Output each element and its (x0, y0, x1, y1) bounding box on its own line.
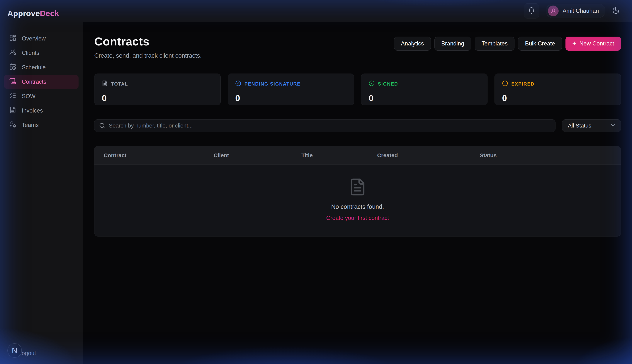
file-icon (102, 80, 108, 88)
page-title: Contracts (94, 35, 202, 48)
stats-row: TOTAL 0 PENDING SIGNATURE 0 SIGNED (94, 74, 621, 105)
sidebar-item-label: Clients (22, 50, 39, 56)
notifications-button[interactable] (524, 3, 539, 18)
file-text-icon (9, 106, 16, 115)
moon-icon (612, 7, 620, 15)
sidebar-item-label: Overview (22, 35, 46, 42)
content: Contracts Create, send, and track client… (83, 22, 632, 364)
empty-state: No contracts found. Create your first co… (94, 165, 621, 236)
analytics-button[interactable]: Analytics (394, 36, 431, 51)
search-input[interactable] (94, 119, 556, 132)
bulk-create-button[interactable]: Bulk Create (518, 36, 562, 51)
theme-toggle[interactable] (612, 7, 620, 15)
page-subtitle: Create, send, and track client contracts… (94, 52, 202, 59)
templates-button[interactable]: Templates (475, 36, 514, 51)
stat-label: EXPIRED (511, 81, 534, 87)
sidebar-item-label: SOW (22, 93, 36, 100)
logo-text-primary: Approve (8, 9, 40, 18)
sidebar-item-sow[interactable]: SOW (4, 89, 78, 103)
new-contract-label: New Contract (579, 40, 614, 47)
page-head-text: Contracts Create, send, and track client… (94, 35, 202, 59)
status-filter-select[interactable]: All Status (562, 119, 621, 132)
user-name: Amit Chauhan (563, 8, 599, 14)
empty-file-icon (348, 178, 367, 197)
sidebar-item-schedule[interactable]: Schedule (4, 60, 78, 74)
contracts-table: Contract Client Title Created Status No … (94, 146, 621, 236)
sidebar-nav: Overview Clients Schedule Contracts SOW … (0, 32, 82, 132)
stat-label-row: PENDING SIGNATURE (235, 80, 346, 88)
status-filter-value: All Status (568, 122, 591, 129)
stat-label: PENDING SIGNATURE (244, 81, 301, 87)
stat-card-signed: SIGNED 0 (361, 74, 488, 105)
stat-card-pending: PENDING SIGNATURE 0 (228, 74, 354, 105)
column-header-status: Status (480, 152, 621, 158)
page-head: Contracts Create, send, and track client… (94, 35, 621, 59)
chevron-down-icon (610, 122, 616, 129)
sidebar-item-label: Schedule (22, 64, 46, 71)
branding-button[interactable]: Branding (434, 36, 471, 51)
sidebar-item-contracts[interactable]: Contracts (4, 75, 78, 89)
sidebar-item-invoices[interactable]: Invoices (4, 104, 78, 118)
stat-label-row: TOTAL (102, 80, 213, 88)
filter-row: All Status (94, 119, 621, 132)
user-menu[interactable]: Amit Chauhan (546, 4, 606, 18)
app-logo: ApproveDeck (0, 0, 82, 18)
sidebar-item-label: Contracts (22, 78, 46, 85)
table-header-row: Contract Client Title Created Status (94, 146, 621, 165)
stat-label: SIGNED (378, 81, 398, 87)
scroll-icon (9, 78, 16, 86)
stat-card-expired: EXPIRED 0 (494, 74, 621, 105)
avatar (548, 6, 559, 16)
dev-badge-letter: N (12, 346, 17, 355)
stat-value: 0 (502, 93, 613, 103)
sidebar-item-label: Teams (22, 122, 38, 128)
sidebar: ApproveDeck Overview Clients Schedule Co… (0, 0, 83, 364)
clock-icon (235, 80, 241, 88)
stat-label-row: EXPIRED (502, 80, 613, 88)
logo-text-accent: Deck (40, 9, 59, 18)
dev-badge[interactable]: N (8, 343, 22, 358)
dashboard-icon (9, 34, 16, 43)
empty-message: No contracts found. (331, 203, 384, 210)
page-actions: Analytics Branding Templates Bulk Create… (394, 36, 621, 51)
column-header-title: Title (302, 152, 377, 158)
sidebar-item-teams[interactable]: Teams (4, 118, 78, 132)
users-icon (9, 49, 16, 57)
stat-value: 0 (369, 93, 480, 103)
column-header-created: Created (377, 152, 480, 158)
new-contract-button[interactable]: + New Contract (566, 36, 621, 51)
check-circle-icon (369, 80, 374, 88)
user-cog-icon (9, 121, 16, 129)
topbar: Amit Chauhan (83, 0, 632, 22)
stat-card-total: TOTAL 0 (94, 74, 221, 105)
create-first-contract-link[interactable]: Create your first contract (326, 215, 389, 221)
sidebar-item-label: Invoices (22, 107, 43, 114)
stat-value: 0 (102, 93, 213, 103)
list-checks-icon (9, 92, 16, 100)
stat-label: TOTAL (111, 81, 128, 87)
sidebar-item-overview[interactable]: Overview (4, 32, 78, 46)
column-header-contract: Contract (104, 152, 214, 158)
sidebar-item-clients[interactable]: Clients (4, 46, 78, 60)
alert-circle-icon (502, 80, 508, 88)
stat-label-row: SIGNED (369, 80, 480, 88)
calendar-clock-icon (9, 63, 16, 72)
search-wrap (94, 119, 556, 132)
app-root: ApproveDeck Overview Clients Schedule Co… (0, 0, 632, 364)
bell-icon (528, 7, 535, 15)
stat-value: 0 (235, 93, 346, 103)
column-header-client: Client (214, 152, 302, 158)
main-area: Amit Chauhan Contracts Create, send, and… (83, 0, 632, 364)
plus-icon: + (572, 40, 576, 47)
